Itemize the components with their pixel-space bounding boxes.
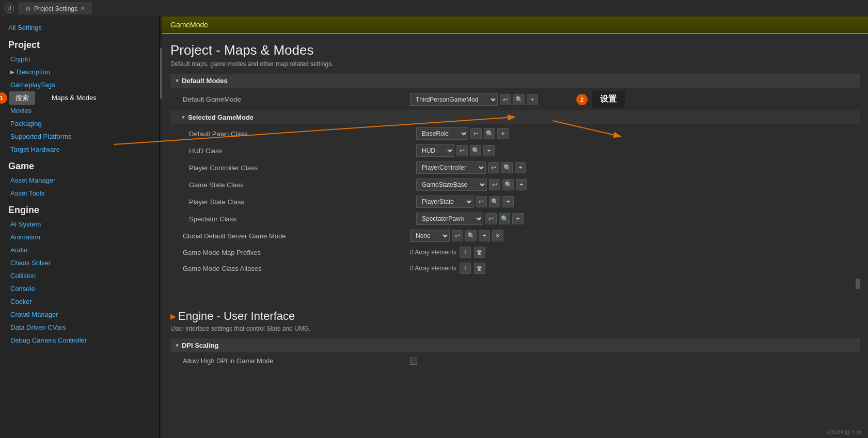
delete-class-alias-button[interactable]: 🗑 xyxy=(474,263,485,274)
class-aliases-count: 0 Array elements xyxy=(410,265,456,272)
add-map-prefix-button[interactable]: + xyxy=(460,247,471,258)
reset-hud-button[interactable]: ↩ xyxy=(456,145,468,156)
reset-spectator-button[interactable]: ↩ xyxy=(485,213,497,224)
sidebar-label: Audio xyxy=(10,246,27,254)
sidebar-item-packaging[interactable]: Packaging xyxy=(0,117,159,130)
sidebar-item-movies[interactable]: Movies xyxy=(0,104,159,117)
game-state-dropdown-wrapper: GameStateBase xyxy=(416,179,487,191)
search-global-server-button[interactable]: 🔍 xyxy=(465,230,477,241)
sidebar-item-target-hardware[interactable]: Target Hardware xyxy=(0,143,159,156)
sidebar-item-asset-manager[interactable]: Asset Manager xyxy=(0,174,159,187)
search-hud-button[interactable]: 🔍 xyxy=(470,145,481,156)
sidebar-label: Collision xyxy=(10,272,36,280)
sidebar-label: Maps & Modes xyxy=(52,94,97,102)
sidebar-item-supported-platforms[interactable]: Supported Platforms xyxy=(0,130,159,143)
sidebar-label: Asset Tools xyxy=(10,189,44,197)
sidebar-label: Animation xyxy=(10,233,40,241)
add-ps-button[interactable]: + xyxy=(502,196,514,207)
sidebar-item-crypto[interactable]: Crypto xyxy=(0,53,159,66)
dpi-scaling-header[interactable]: ▼ DPI Scaling xyxy=(170,338,860,352)
sidebar-item-audio[interactable]: Audio xyxy=(0,244,159,256)
spectator-class-label: Spectator Class xyxy=(189,215,416,223)
add-pawn-button[interactable]: + xyxy=(497,128,509,139)
reset-global-server-button[interactable]: ↩ xyxy=(452,230,463,241)
settings-callout: 2 设置 xyxy=(592,91,625,108)
footer-credit: CSDN @卜若 xyxy=(827,428,862,436)
player-controller-select[interactable]: PlayerController xyxy=(416,161,486,174)
sidebar-item-cooker[interactable]: Cooker xyxy=(0,295,159,308)
sidebar-label: Chaos Solver xyxy=(10,259,51,267)
add-gs-button[interactable]: + xyxy=(516,179,527,190)
global-server-row: Global Default Server Game Mode None ↩ 🔍… xyxy=(170,228,860,245)
sidebar-all-settings[interactable]: All Settings xyxy=(0,21,159,35)
engine-ui-desc: User Interface settings that control Sla… xyxy=(162,325,868,338)
player-state-dropdown-wrapper: PlayerState xyxy=(416,196,474,208)
sidebar-item-crowd-manager[interactable]: Crowd Manager xyxy=(0,308,159,321)
scrollbar[interactable] xyxy=(160,47,162,99)
hud-select[interactable]: HUD xyxy=(416,144,454,157)
clear-global-server-button[interactable]: ✕ xyxy=(492,230,503,241)
search-pawn-button[interactable]: 🔍 xyxy=(484,128,495,139)
global-server-select[interactable]: None xyxy=(410,230,450,242)
selected-gamemode-label: Selected GameMode xyxy=(188,113,254,121)
project-settings-tab[interactable]: ⚙ Project Settings ✕ xyxy=(19,3,91,14)
search-gs-button[interactable]: 🔍 xyxy=(502,179,514,190)
selected-gamemode-header[interactable]: ▼ Selected GameMode xyxy=(170,110,860,124)
default-gamemode-select[interactable]: ThirdPersonGameMod xyxy=(410,93,498,106)
search-gamemode-button[interactable]: 🔍 xyxy=(513,94,525,105)
map-prefixes-count: 0 Array elements xyxy=(410,249,456,256)
default-gamemode-dropdown-wrapper: ThirdPersonGameMod xyxy=(410,93,498,106)
default-modes-header[interactable]: ▼ Default Modes xyxy=(170,74,860,88)
sidebar-engine-header: Engine xyxy=(0,200,159,218)
collapse-triangle-icon: ▼ xyxy=(181,115,186,120)
add-class-alias-button[interactable]: + xyxy=(460,263,471,274)
dpi-collapse-icon: ▼ xyxy=(175,343,180,348)
collapse-triangle-icon: ▼ xyxy=(175,78,180,84)
engine-ui-section: ▶ Engine - User Interface User Interface… xyxy=(162,303,868,377)
sidebar-item-debug-camera-controller[interactable]: Debug Camera Controller xyxy=(0,334,159,347)
sidebar-item-data-driven-cvars[interactable]: Data Driven CVars xyxy=(0,321,159,334)
expand-triangle-icon: ▶ xyxy=(170,312,176,320)
add-global-server-button[interactable]: + xyxy=(479,230,490,241)
player-state-select[interactable]: PlayerState xyxy=(416,196,474,208)
sidebar-item-description[interactable]: ▶ Description xyxy=(0,66,159,78)
search-button-annotation[interactable]: 搜索 xyxy=(9,91,35,105)
reset-pawn-button[interactable]: ↩ xyxy=(470,128,482,139)
reset-gs-button[interactable]: ↩ xyxy=(489,179,500,190)
tab-label: Project Settings xyxy=(34,5,77,12)
reset-pc-button[interactable]: ↩ xyxy=(488,162,499,173)
sidebar-item-animation[interactable]: Animation xyxy=(0,231,159,244)
sidebar-label: Console xyxy=(10,285,35,293)
sidebar-item-chaos-solver[interactable]: Chaos Solver xyxy=(0,256,159,269)
delete-map-prefix-button[interactable]: 🗑 xyxy=(474,247,485,258)
settings-label: 设置 xyxy=(600,94,617,103)
sidebar-label: Movies xyxy=(10,107,31,115)
add-spectator-button[interactable]: + xyxy=(512,213,524,224)
search-pc-button[interactable]: 🔍 xyxy=(501,162,513,173)
search-ps-button[interactable]: 🔍 xyxy=(489,196,500,207)
sidebar-item-gameplaytags[interactable]: GameplayTags xyxy=(0,78,159,91)
add-hud-button[interactable]: + xyxy=(483,145,495,156)
sidebar-label: Data Driven CVars xyxy=(10,323,66,331)
allow-high-dpi-control xyxy=(410,358,417,365)
game-state-select[interactable]: GameStateBase xyxy=(416,179,487,191)
close-icon[interactable]: ✕ xyxy=(81,6,85,11)
player-state-control: PlayerState ↩ 🔍 + xyxy=(416,196,514,208)
sidebar-item-ai-system[interactable]: AI System xyxy=(0,218,159,231)
arrow-icon: ▶ xyxy=(10,69,14,75)
reset-ps-button[interactable]: ↩ xyxy=(476,196,487,207)
sidebar-item-maps-modes[interactable]: 1 搜索 Maps & Modes xyxy=(0,91,159,104)
content-scrollbar[interactable] xyxy=(856,279,860,289)
add-pc-button[interactable]: + xyxy=(515,162,526,173)
search-spectator-button[interactable]: 🔍 xyxy=(499,213,510,224)
allow-high-dpi-checkbox[interactable] xyxy=(410,358,417,365)
sidebar-item-collision[interactable]: Collision xyxy=(0,269,159,282)
pawn-select[interactable]: BaseRole xyxy=(416,127,468,140)
add-gamemode-button[interactable]: + xyxy=(527,94,538,105)
spectator-select[interactable]: SpectatorPawn xyxy=(416,213,483,225)
gamemode-banner: GameMode xyxy=(162,17,868,34)
sidebar-item-console[interactable]: Console xyxy=(0,282,159,295)
reset-gamemode-button[interactable]: ↩ xyxy=(500,94,511,105)
game-mode-map-prefixes-label: Game Mode Map Prefixes xyxy=(183,249,410,256)
sidebar-item-asset-tools[interactable]: Asset Tools xyxy=(0,187,159,200)
